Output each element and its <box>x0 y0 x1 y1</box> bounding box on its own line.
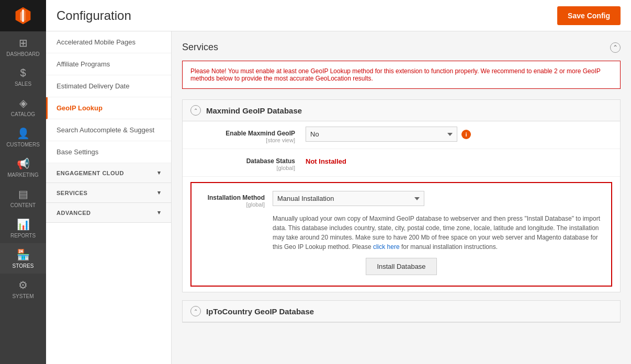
sidebar-label-stores: STORES <box>13 263 34 269</box>
sidebar-item-stores[interactable]: 🏪 STORES <box>0 243 46 274</box>
nav-item-search[interactable]: Search Autocomplete & Suggest <box>46 119 171 141</box>
install-method-row: Installation Method [global] Manual Inst… <box>199 191 603 208</box>
dashboard-icon: ⊞ <box>19 37 28 49</box>
services-collapse-btn[interactable]: ⌃ <box>610 42 621 53</box>
services-section-title: Services <box>182 42 218 53</box>
sidebar-label-dashboard: DASHBOARD <box>6 51 39 58</box>
services-label: SERVICES <box>57 190 87 196</box>
catalog-icon: ◈ <box>19 97 27 109</box>
nav-section-advanced[interactable]: ADVANCED ▾ <box>46 203 171 223</box>
sidebar-item-system[interactable]: ⚙ SYSTEM <box>0 274 46 304</box>
enable-info-icon[interactable]: i <box>461 130 471 139</box>
content-icon: ▤ <box>18 188 28 200</box>
db-status-label-main: Database Status <box>190 157 295 165</box>
sidebar-label-system: SYSTEM <box>12 293 33 300</box>
nav-item-geoip[interactable]: GeoIP Lookup <box>46 97 171 119</box>
install-method-label-main: Installation Method <box>199 194 265 201</box>
enable-maxmind-control: No Yes i <box>306 127 612 142</box>
sidebar-label-customers: CUSTOMERS <box>6 142 40 148</box>
iptocountry-section: ⌃ IpToCountry GeoIP Database <box>182 300 621 323</box>
engagement-chevron: ▾ <box>157 169 161 176</box>
maxmind-section: ⌃ Maxmind GeoIP Database Enable Maxmind … <box>182 99 621 292</box>
sidebar-label-catalog: CATALOG <box>11 111 35 118</box>
db-status-control: Not Installed <box>306 154 612 165</box>
notice-text: Please Note! You must enable at least on… <box>190 67 601 82</box>
iptocountry-section-header[interactable]: ⌃ IpToCountry GeoIP Database <box>183 301 620 322</box>
enable-label-sub: [store view] <box>190 137 295 143</box>
enable-maxmind-label: Enable Maxmind GeoIP [store view] <box>190 127 306 143</box>
install-method-control: Manual Installation Automatic Installati… <box>273 191 424 206</box>
db-status-label: Database Status [global] <box>190 154 306 171</box>
main-content: Services ⌃ Please Note! You must enable … <box>172 31 631 364</box>
nav-item-base[interactable]: Base Settings <box>46 141 171 163</box>
db-status-value: Not Installed <box>306 154 346 165</box>
sidebar-label-marketing: MARKETING <box>7 172 38 178</box>
page-title: Configuration <box>57 8 131 23</box>
sales-icon: $ <box>20 67 26 79</box>
install-method-select[interactable]: Manual Installation Automatic Installati… <box>273 191 424 206</box>
enable-maxmind-row: Enable Maxmind GeoIP [store view] No Yes… <box>183 121 620 149</box>
enable-label-main: Enable Maxmind GeoIP <box>190 130 295 137</box>
install-method-box: Installation Method [global] Manual Inst… <box>190 182 612 287</box>
sidebar-item-marketing[interactable]: 📢 MARKETING <box>0 152 46 183</box>
main-area: Configuration Save Config Accelerated Mo… <box>46 0 631 364</box>
stores-icon: 🏪 <box>17 248 30 261</box>
engagement-label: ENGAGEMENT CLOUD <box>57 170 124 176</box>
top-header: Configuration Save Config <box>46 0 631 31</box>
left-nav: Accelerated Mobile Pages Affiliate Progr… <box>46 31 172 364</box>
nav-item-amp[interactable]: Accelerated Mobile Pages <box>46 31 171 53</box>
services-header: Services ⌃ <box>182 42 621 53</box>
content-area: Accelerated Mobile Pages Affiliate Progr… <box>46 31 631 364</box>
install-description: Manually upload your own copy of Maxmind… <box>273 214 603 252</box>
advanced-chevron: ▾ <box>157 209 161 216</box>
advanced-label: ADVANCED <box>57 210 91 216</box>
marketing-icon: 📢 <box>17 157 30 170</box>
sidebar-item-catalog[interactable]: ◈ CATALOG <box>0 92 46 122</box>
db-status-row: Database Status [global] Not Installed <box>183 149 620 177</box>
services-chevron: ▾ <box>157 189 161 196</box>
enable-maxmind-select[interactable]: No Yes <box>306 127 457 142</box>
reports-icon: 📊 <box>17 218 30 231</box>
logo[interactable] <box>0 0 46 31</box>
sidebar-item-content[interactable]: ▤ CONTENT <box>0 183 46 213</box>
sidebar-label-content: CONTENT <box>10 202 36 209</box>
save-config-button[interactable]: Save Config <box>557 6 621 25</box>
svg-rect-3 <box>22 9 24 21</box>
customers-icon: 👤 <box>17 127 30 140</box>
sidebar-item-customers[interactable]: 👤 CUSTOMERS <box>0 122 46 152</box>
maxmind-title: Maxmind GeoIP Database <box>206 106 302 115</box>
nav-section-engagement[interactable]: ENGAGEMENT CLOUD ▾ <box>46 163 171 183</box>
sidebar-item-dashboard[interactable]: ⊞ DASHBOARD <box>0 31 46 62</box>
iptocountry-title: IpToCountry GeoIP Database <box>206 307 314 316</box>
sidebar-label-sales: SALES <box>15 81 31 87</box>
install-desc-link[interactable]: click here <box>373 243 400 251</box>
sidebar-label-reports: REPORTS <box>10 233 36 239</box>
nav-item-delivery[interactable]: Estimated Delivery Date <box>46 75 171 97</box>
sidebar: ⊞ DASHBOARD $ SALES ◈ CATALOG 👤 CUSTOMER… <box>0 0 46 364</box>
maxmind-section-header[interactable]: ⌃ Maxmind GeoIP Database <box>183 100 620 121</box>
maxmind-chevron: ⌃ <box>190 105 201 116</box>
install-method-label-sub: [global] <box>199 201 265 208</box>
sidebar-item-sales[interactable]: $ SALES <box>0 62 46 92</box>
nav-section-services[interactable]: SERVICES ▾ <box>46 183 171 203</box>
sidebar-item-reports[interactable]: 📊 REPORTS <box>0 213 46 243</box>
install-desc-text-2: for manual installation instructions. <box>400 243 498 251</box>
system-icon: ⚙ <box>18 279 28 291</box>
notice-box: Please Note! You must enable at least on… <box>182 61 621 89</box>
iptocountry-chevron: ⌃ <box>190 306 201 316</box>
nav-item-affiliate[interactable]: Affiliate Programs <box>46 53 171 75</box>
install-method-label: Installation Method [global] <box>199 191 273 208</box>
install-database-button[interactable]: Install Database <box>366 258 436 275</box>
db-status-label-sub: [global] <box>190 165 295 171</box>
